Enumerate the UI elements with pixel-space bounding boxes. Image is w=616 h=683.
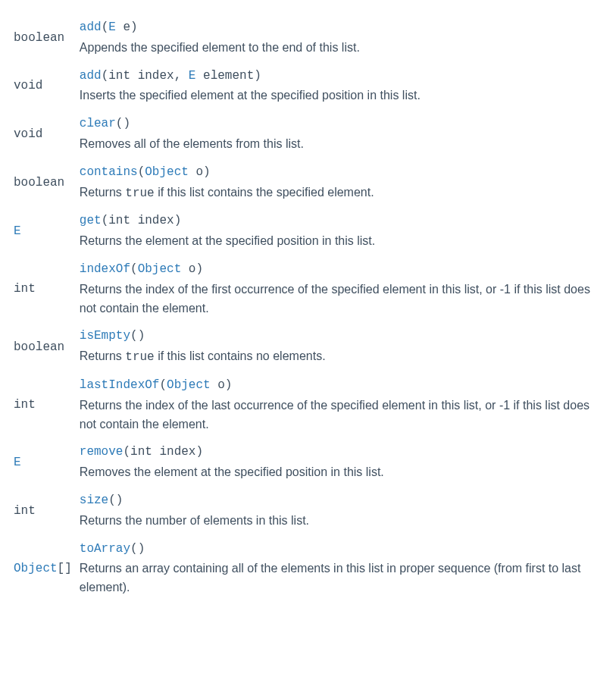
- method-description: Removes the element at the specified pos…: [80, 463, 602, 482]
- method-signature: get(int index): [80, 211, 602, 230]
- method-signature: lastIndexOf(Object o): [80, 376, 602, 395]
- method-signature: indexOf(Object o): [80, 260, 602, 279]
- method-description: Removes all of the elements from this li…: [80, 135, 602, 154]
- method-description: Returns the index of the last occurrence…: [80, 396, 602, 434]
- method-description: Returns the element at the specified pos…: [80, 232, 602, 251]
- method-link-clear[interactable]: clear: [80, 117, 116, 130]
- method-desc-cell: add(int index, E element)Inserts the spe…: [80, 62, 602, 111]
- return-type-cell: int: [14, 255, 80, 322]
- method-row: Object[]toArray()Returns an array contai…: [14, 535, 602, 602]
- method-link-indexOf[interactable]: indexOf: [80, 262, 130, 276]
- type-link-Object[interactable]: Object: [138, 262, 182, 276]
- method-desc-cell: contains(Object o)Returns true if this l…: [80, 158, 602, 208]
- method-row: voidclear()Removes all of the elements f…: [14, 110, 602, 158]
- method-signature: remove(int index): [80, 443, 602, 462]
- method-desc-cell: clear()Removes all of the elements from …: [80, 110, 602, 158]
- return-type-cell: E: [14, 207, 80, 255]
- method-desc-cell: remove(int index)Removes the element at …: [80, 438, 602, 487]
- method-link-size[interactable]: size: [80, 493, 108, 507]
- method-link-toArray[interactable]: toArray: [80, 542, 130, 556]
- method-row: intsize()Returns the number of elements …: [14, 487, 602, 535]
- method-link-contains[interactable]: contains: [80, 165, 138, 179]
- method-desc-cell: get(int index)Returns the element at the…: [80, 207, 602, 255]
- return-type-cell: boolean: [14, 14, 80, 62]
- type-link-E[interactable]: E: [14, 456, 21, 469]
- method-link-get[interactable]: get: [80, 214, 102, 227]
- return-type-cell: boolean: [14, 158, 80, 208]
- method-row: Eget(int index)Returns the element at th…: [14, 207, 602, 255]
- method-link-remove[interactable]: remove: [80, 445, 124, 459]
- return-type-cell: int: [14, 371, 80, 438]
- type-link-Object[interactable]: Object: [167, 378, 211, 392]
- return-type-cell: void: [14, 62, 80, 111]
- method-link-isEmpty[interactable]: isEmpty: [80, 329, 130, 343]
- return-type-cell: int: [14, 487, 80, 535]
- type-link-E[interactable]: E: [189, 69, 196, 83]
- method-signature: size(): [80, 491, 602, 510]
- method-description: Returns the index of the first occurrenc…: [80, 280, 602, 318]
- return-type-cell: void: [14, 110, 80, 158]
- method-description: Returns an array containing all of the e…: [80, 559, 602, 597]
- return-type-cell: boolean: [14, 322, 80, 371]
- return-type-cell: Object[]: [14, 535, 80, 602]
- method-signature: toArray(): [80, 540, 602, 559]
- method-row: booleanadd(E e)Appends the specified ele…: [14, 14, 602, 62]
- method-signature: contains(Object o): [80, 163, 602, 182]
- return-type-cell: E: [14, 438, 80, 487]
- method-description: Appends the specified element to the end…: [80, 39, 602, 58]
- method-desc-cell: isEmpty()Returns true if this list conta…: [80, 322, 602, 371]
- method-desc-cell: add(E e)Appends the specified element to…: [80, 14, 602, 62]
- method-row: intindexOf(Object o)Returns the index of…: [14, 255, 602, 322]
- method-link-add[interactable]: add: [80, 20, 102, 34]
- method-link-lastIndexOf[interactable]: lastIndexOf: [80, 378, 160, 392]
- method-row: intlastIndexOf(Object o)Returns the inde…: [14, 371, 602, 438]
- method-signature: add(int index, E element): [80, 67, 602, 86]
- type-link-Object[interactable]: Object: [145, 165, 189, 179]
- method-signature: isEmpty(): [80, 327, 602, 346]
- method-description: Returns true if this list contains the s…: [80, 183, 602, 203]
- method-description: Returns true if this list contains no el…: [80, 347, 602, 367]
- method-row: booleancontains(Object o)Returns true if…: [14, 158, 602, 208]
- method-link-add-index[interactable]: add: [80, 69, 102, 83]
- method-desc-cell: indexOf(Object o)Returns the index of th…: [80, 255, 602, 322]
- type-link-E[interactable]: E: [108, 20, 116, 34]
- method-signature: clear(): [80, 114, 602, 133]
- method-description: Returns the number of elements in this l…: [80, 512, 602, 531]
- method-desc-cell: size()Returns the number of elements in …: [80, 487, 602, 535]
- method-desc-cell: lastIndexOf(Object o)Returns the index o…: [80, 371, 602, 438]
- type-link-Object[interactable]: Object: [14, 562, 58, 575]
- type-link-E[interactable]: E: [14, 224, 21, 238]
- method-desc-cell: toArray()Returns an array containing all…: [80, 535, 602, 602]
- method-row: Eremove(int index)Removes the element at…: [14, 438, 602, 487]
- method-row: booleanisEmpty()Returns true if this lis…: [14, 322, 602, 371]
- method-summary-table: booleanadd(E e)Appends the specified ele…: [14, 14, 602, 602]
- method-description: Inserts the specified element at the spe…: [80, 86, 602, 105]
- method-signature: add(E e): [80, 18, 602, 37]
- method-row: voidadd(int index, E element)Inserts the…: [14, 62, 602, 111]
